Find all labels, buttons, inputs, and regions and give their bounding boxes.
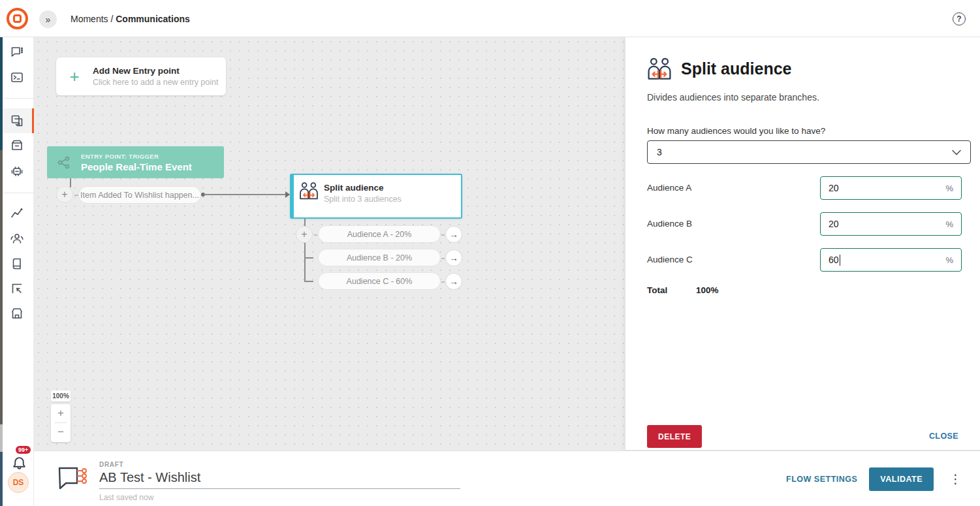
flow-chat-icon [57,462,89,498]
sidebar-item-chatbot[interactable] [10,164,24,178]
split-node-subtitle: Split into 3 audiences [324,195,402,204]
sidebar-item-analytics[interactable] [10,206,24,220]
sidebar-item-terminal[interactable] [10,71,24,85]
panel-title: Split audience [681,59,791,78]
add-entry-subtitle: Click here to add a new entry point [93,78,218,87]
collapsed-nav-sliver [0,452,3,506]
zoom-controls: + − [51,404,71,442]
people-icon [10,231,24,245]
infobip-logo [7,8,28,29]
audience-row-c: Audience C 60 % [647,248,971,272]
audience-b-percent-input[interactable]: 20 % [820,212,962,236]
audience-c-label: Audience C [647,255,693,264]
top-bar: » Moments / Communications ? [0,0,980,37]
add-entry-point-card[interactable]: + Add New Entry point Click here to add … [56,57,226,95]
add-branch-button[interactable]: + [56,186,73,203]
audience-c-percent-input[interactable]: 60 % [820,248,962,272]
trigger-branch-pill[interactable]: Item Added To Wishlist happen... [78,186,201,204]
entry-point-node[interactable]: ENTRY POINT: TRIGGER People Real-Time Ev… [47,146,224,178]
split-audience-panel-icon [647,57,672,80]
flow-settings-button[interactable]: FLOW SETTINGS [786,475,857,484]
breadcrumb-section[interactable]: Moments / [71,14,113,24]
percent-suffix: % [945,183,953,193]
connector-arrowhead [285,191,290,198]
connector-dash [441,281,445,283]
kebab-menu-icon[interactable]: ⋮ [945,471,966,486]
sidebar-item-forms[interactable] [10,281,24,296]
zoom-in-button[interactable]: + [51,404,71,422]
delete-button[interactable]: DELETE [647,425,702,448]
add-entry-title: Add New Entry point [93,66,218,76]
notifications-bell[interactable]: 99+ [11,449,31,471]
robot-icon [10,164,24,178]
audience-a-percent-input[interactable]: 20 % [820,176,962,200]
chevron-down-icon [952,150,961,155]
audience-b-value: 20 [829,219,839,229]
bell-icon [11,455,27,471]
audience-a-label: Audience A [647,183,691,193]
audience-count-value: 3 [657,147,662,157]
close-button[interactable]: CLOSE [929,432,958,441]
entry-point-kicker: ENTRY POINT: TRIGGER [81,153,192,160]
branch-go-button-c[interactable]: → [445,273,462,290]
panel-description: Divides audiences into separate branches… [647,92,819,103]
split-audience-node[interactable]: Split audience Split into 3 audiences [290,174,462,219]
chat-dots-icon [10,45,24,59]
moments-flows-icon [10,114,24,128]
sidebar-item-people[interactable] [10,231,24,245]
branch-pill-audience-c[interactable]: Audience C - 60% [318,272,441,290]
help-icon[interactable]: ? [953,12,966,25]
draft-status-badge: DRAFT [99,461,123,468]
percent-suffix: % [945,219,953,229]
last-saved-text: Last saved now [99,493,153,502]
flow-footer-bar: DRAFT AB Test - Wishlist Last saved now … [34,451,980,506]
book-icon [10,257,24,271]
flow-canvas[interactable]: + Add New Entry point Click here to add … [34,37,625,451]
branch-pill-audience-b[interactable]: Audience B - 20% [318,249,441,266]
notification-badge: 99+ [16,446,31,454]
branch-go-button-b[interactable]: → [445,249,462,266]
connector-dash [441,234,445,236]
sidebar-item-conversations[interactable] [10,45,24,59]
connector-line [204,194,287,195]
total-label: Total [647,285,667,295]
collapsed-nav-sliver [0,150,3,424]
audience-a-value: 20 [829,183,839,193]
total-row: Total 100% [647,285,719,295]
audience-b-label: Audience B [647,219,692,229]
zoom-out-button[interactable]: − [51,423,71,441]
sidebar-item-moments[interactable] [10,114,24,128]
branch-stub-line [304,281,313,282]
entry-point-title: People Real-Time Event [81,161,192,172]
validate-button[interactable]: VALIDATE [869,467,934,491]
trigger-ghost-icon [47,155,81,170]
connector-dash [441,258,445,259]
add-audience-branch-button[interactable]: + [296,226,313,243]
audience-count-select[interactable]: 3 [647,140,971,164]
user-avatar[interactable]: DS [8,472,29,493]
expand-sidebar-button[interactable]: » [39,10,57,28]
flow-name-input[interactable]: AB Test - Wishlist [99,470,460,489]
zoom-level-indicator: 100% [51,390,71,402]
package-icon [10,138,24,153]
plus-icon: + [56,67,93,87]
split-audience-panel: Split audience Divides audiences into se… [625,37,980,451]
percent-suffix: % [945,255,953,265]
collapsed-nav-sliver [0,424,3,452]
corner-pointer-icon [10,281,24,296]
breadcrumb-page: Communications [116,14,190,24]
branch-go-button-a[interactable]: → [445,226,462,243]
sidebar-item-docs[interactable] [10,257,24,271]
breadcrumb: Moments / Communications [71,14,190,24]
connector-dash [314,234,317,236]
total-value: 100% [696,285,719,295]
branch-pill-audience-a[interactable]: Audience A - 20% [318,225,441,243]
sidebar-item-exchange[interactable] [10,306,24,321]
collapsed-nav-sliver [0,37,3,150]
split-node-title: Split audience [324,183,402,193]
app-sidebar: 99+ DS [0,37,34,506]
text-cursor [840,255,841,266]
audience-c-value: 60 [829,255,839,265]
sidebar-item-packages[interactable] [10,138,24,153]
audience-count-label: How many audiences would you like to hav… [647,126,825,136]
